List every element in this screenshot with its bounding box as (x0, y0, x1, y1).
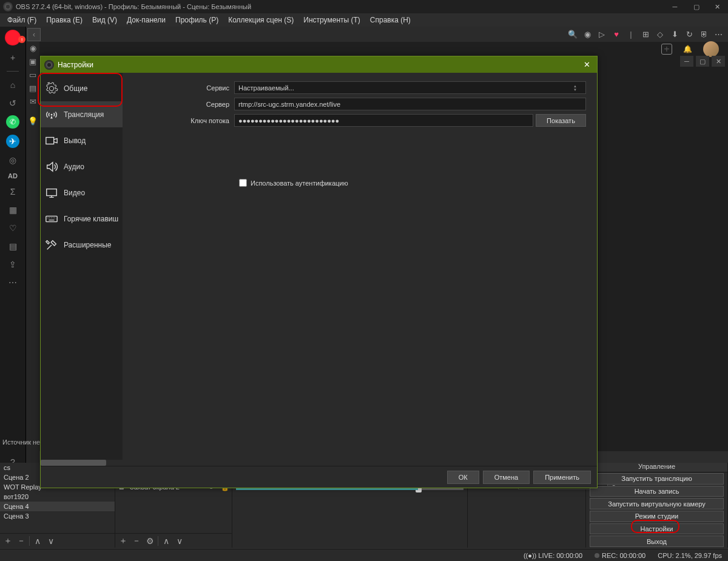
start-recording-button[interactable]: Начать запись (590, 486, 724, 497)
bell-icon[interactable]: 🔔 (683, 45, 692, 53)
tab-minimize-icon[interactable]: ─ (680, 56, 693, 67)
heart-icon[interactable]: ♥ (612, 30, 621, 39)
show-key-button[interactable]: Показать (536, 114, 586, 127)
svg-rect-1 (46, 137, 54, 144)
telegram-icon[interactable]: ✈ (6, 135, 19, 148)
arrow-icon[interactable]: ▷ (597, 30, 607, 39)
tab-audio-label: Аудио (64, 163, 84, 171)
menu-dots-icon[interactable]: ⋯ (713, 30, 723, 39)
dialog-titlebar[interactable]: Настройки ✕ (41, 56, 597, 73)
whatsapp-icon[interactable]: ✆ (6, 115, 19, 129)
browser-toolbar: + 🔔 (39, 42, 728, 56)
tab-general[interactable]: Общие (41, 75, 123, 101)
calendar-icon[interactable]: ▤ (7, 240, 19, 252)
menu-scenes[interactable]: Коллекция сцен (S) (223, 15, 298, 25)
tab-audio[interactable]: Аудио (41, 153, 123, 180)
window-minimize-button[interactable]: ─ (664, 0, 686, 13)
search-icon[interactable]: 🔍 (568, 30, 578, 39)
mail-icon[interactable]: ✉ (28, 97, 38, 106)
sidebar-scrollbar[interactable] (41, 460, 123, 466)
vpn-icon[interactable]: ⛨ (699, 30, 709, 39)
layers-icon[interactable]: ▤ (28, 84, 38, 92)
ad-blocker-icon[interactable]: AD (8, 172, 18, 180)
controls-header: Управление (586, 463, 727, 472)
window-titlebar: OBS 27.2.4 (64-bit, windows) - Профиль: … (0, 0, 728, 13)
menu-help[interactable]: Справка (H) (365, 15, 416, 25)
scene-up-button[interactable]: ∧ (32, 536, 43, 546)
download-icon[interactable]: ⬇ (670, 30, 679, 39)
heart-outline-icon[interactable]: ♡ (7, 222, 19, 234)
dialog-close-button[interactable]: ✕ (580, 58, 593, 72)
scene-item[interactable]: Сцена 3 (0, 511, 115, 521)
home-icon[interactable]: ⌂ (7, 79, 19, 91)
puzzle-icon[interactable]: ⊞ (641, 30, 650, 39)
select-spinner-icon: ▲▼ (573, 84, 582, 92)
exit-button[interactable]: Выход (590, 536, 724, 547)
tab-advanced[interactable]: Расширенные (41, 232, 123, 258)
controls-dock: Управление Запустить трансляцию Начать з… (586, 463, 728, 548)
source-down-button[interactable]: ∨ (174, 536, 185, 546)
scene-item[interactable]: вот1920 (0, 492, 115, 502)
dialog-title: Настройки (58, 61, 93, 69)
live-status: ((●)) LIVE: 00:00:00 (524, 552, 582, 559)
camera-ic-icon[interactable]: ◉ (582, 30, 592, 39)
tab-stream[interactable]: Трансляция (41, 101, 123, 127)
target-icon[interactable]: ◎ (7, 154, 19, 166)
screen-icon[interactable]: ▭ (28, 70, 38, 79)
browser-back-button[interactable]: ‹ (27, 28, 41, 41)
scene-add-button[interactable]: ＋ (2, 536, 13, 546)
share-icon[interactable]: ⇪ (7, 258, 19, 270)
tab-output[interactable]: Вывод (41, 127, 123, 153)
settings-button[interactable]: Настройки (590, 523, 724, 535)
add-button-icon[interactable]: + (661, 44, 672, 55)
tools-icon (44, 238, 59, 252)
source-add-button[interactable]: ＋ (118, 536, 129, 546)
menu-profile[interactable]: Профиль (P) (170, 15, 223, 25)
menu-file[interactable]: Файл (F) (2, 15, 41, 25)
no-source-label: Источник не (0, 438, 40, 449)
tab-stream-label: Трансляция (64, 110, 104, 119)
tab-close-icon[interactable]: ✕ (712, 56, 725, 67)
window-close-button[interactable]: ✕ (707, 0, 728, 13)
tab-maximize-icon[interactable]: ▢ (696, 56, 709, 67)
source-remove-button[interactable]: － (131, 536, 142, 546)
sigma-icon[interactable]: Σ (7, 186, 19, 198)
stream-key-input[interactable] (234, 114, 533, 127)
start-virtual-cam-button[interactable]: Запустить виртуальную камеру (590, 498, 724, 509)
camera-icon[interactable]: ▣ (28, 57, 38, 66)
refresh-icon[interactable]: ↻ (684, 30, 694, 39)
user-avatar[interactable] (703, 41, 719, 57)
ok-button[interactable]: ОК (447, 471, 479, 484)
service-value: Настраиваемый... (238, 84, 294, 92)
scene-down-button[interactable]: ∨ (46, 536, 56, 546)
studio-mode-button[interactable]: Режим студии (590, 511, 724, 522)
apply-button[interactable]: Применить (533, 471, 591, 484)
use-auth-checkbox[interactable] (239, 179, 247, 187)
source-props-button[interactable]: ⚙ (144, 536, 155, 546)
main-area: ! + ⌂ ↺ ✆ ✈ ◎ AD Σ ▦ ♡ ▤ ⇪ ⋯ ? ⚙ ◉ ▣ ▭ ▤… (0, 27, 728, 451)
plus-icon[interactable]: + (7, 52, 19, 64)
history-icon[interactable]: ↺ (7, 97, 19, 109)
start-stream-button[interactable]: Запустить трансляцию (590, 473, 724, 485)
tab-video[interactable]: Видео (41, 180, 123, 206)
status-bar: ((●)) LIVE: 00:00:00 REC: 00:00:00 CPU: … (0, 549, 728, 561)
record-icon[interactable]: ◉ (28, 44, 38, 52)
window-maximize-button[interactable]: ▢ (686, 0, 707, 13)
menu-tools[interactable]: Инструменты (T) (298, 15, 365, 25)
cancel-button[interactable]: Отмена (483, 471, 530, 484)
bulb-icon[interactable]: 💡 (28, 116, 38, 125)
output-icon (44, 133, 59, 148)
tab-hotkeys[interactable]: Горячие клавиш (41, 206, 123, 232)
scene-item[interactable]: Сцена 4 (0, 502, 115, 511)
service-select[interactable]: Настраиваемый... ▲▼ (234, 81, 586, 94)
shield-icon[interactable]: ◇ (655, 30, 665, 39)
menu-view[interactable]: Вид (V) (87, 15, 122, 25)
scene-remove-button[interactable]: － (16, 536, 27, 546)
server-input[interactable] (234, 98, 586, 110)
grid-icon[interactable]: ▦ (7, 204, 19, 216)
menu-edit[interactable]: Правка (E) (41, 15, 87, 25)
opera-sidebar: ! + ⌂ ↺ ✆ ✈ ◎ AD Σ ▦ ♡ ▤ ⇪ ⋯ ? ⚙ (0, 27, 26, 497)
source-up-button[interactable]: ∧ (161, 536, 172, 546)
menu-docks[interactable]: Док-панели (122, 15, 170, 25)
more-icon[interactable]: ⋯ (7, 277, 19, 289)
